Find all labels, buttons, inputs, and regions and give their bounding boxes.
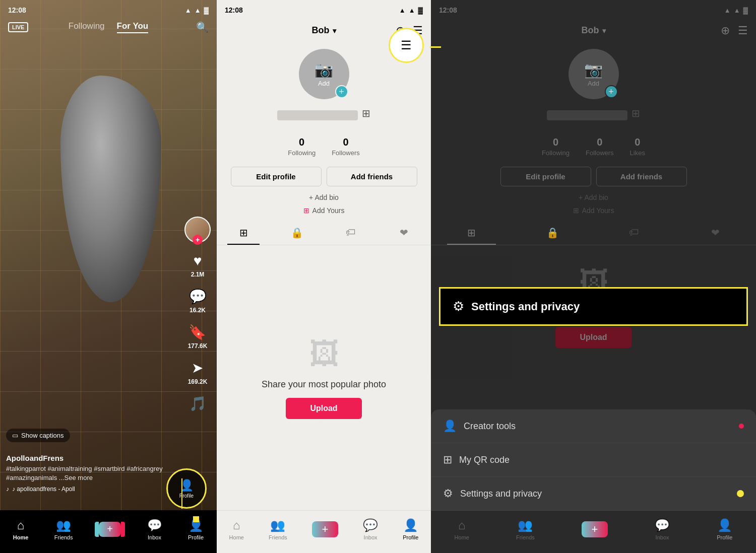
friends-icon: 👥 [56, 518, 71, 532]
settings-and-privacy-item[interactable]: ⚙ Settings and privacy [431, 477, 756, 510]
settings-add-bio: + Add bio [431, 190, 756, 204]
nav-home[interactable]: ⌂ Home [13, 518, 29, 540]
tab-tagged[interactable]: 🏷 [324, 221, 377, 245]
s-nav-friends[interactable]: 👥 Friends [516, 518, 535, 540]
profile-status-icons: ▲ ▲ ▓ [399, 7, 423, 14]
username-placeholder-bar [277, 110, 358, 120]
captions-label: Show captions [21, 432, 64, 439]
settings-name-button: Bob ▾ [582, 25, 606, 36]
qr-icon: ⊞ [632, 107, 640, 119]
empty-state: 🖼 Share your most popular photo Upload [217, 245, 431, 510]
following-stat[interactable]: 0 Following [288, 136, 316, 157]
p-nav-profile[interactable]: 👤 Profile [403, 518, 418, 540]
tab-liked[interactable]: ❤ [377, 221, 431, 245]
nav-profile-label: Profile [188, 534, 204, 540]
wifi-icon: ▲ [185, 7, 192, 14]
following-tab[interactable]: Following [69, 21, 105, 33]
tab-grid[interactable]: ⊞ [217, 221, 270, 245]
empty-photo-icon: 🖼 [309, 336, 339, 371]
nav-profile[interactable]: 👤 Profile [188, 518, 204, 540]
comment-icon: 💬 [189, 288, 207, 305]
gear-icon: ⚙ [453, 299, 464, 314]
settings-likes-label: Likes [630, 149, 645, 157]
profile-bottom-nav: ⌂ Home 👥 Friends + 💬 Inbox 👤 Profile [217, 510, 431, 553]
upload-button[interactable]: Upload [286, 398, 361, 419]
settings-status-bar: 12:08 ▲ ▲ ▓ [431, 0, 756, 20]
feed-info: ApolloandFrens #talkingparrot #animaltra… [6, 454, 176, 493]
nav-friends[interactable]: 👥 Friends [54, 518, 73, 540]
followers-count: 0 [343, 136, 348, 148]
chevron-down-icon: ▾ [333, 27, 336, 35]
add-yours-label: Add Yours [312, 206, 345, 215]
creator-avatar[interactable]: + [184, 217, 211, 243]
tab-locked[interactable]: 🔒 [270, 221, 324, 245]
settings-tab-grid: ⊞ [431, 221, 512, 245]
p-nav-home[interactable]: ⌂ Home [229, 518, 244, 540]
creator-tools-label: Creator tools [464, 421, 732, 432]
settings-privacy-box[interactable]: ⚙ Settings and privacy [439, 287, 748, 326]
share-button[interactable]: ➤ 169.2K [188, 360, 208, 385]
search-icon[interactable]: 🔍 [196, 21, 209, 33]
settings-profile-buttons: Edit profile Add friends [431, 163, 756, 190]
create-button[interactable]: + [99, 522, 121, 537]
signal-icon: ▲ [195, 7, 201, 14]
add-label: Add [588, 80, 599, 87]
arrow-line-profile [181, 478, 182, 509]
creator-username: ApolloandFrens [6, 454, 176, 462]
edit-profile-button[interactable]: Edit profile [231, 167, 322, 186]
nav-inbox[interactable]: 💬 Inbox [147, 518, 162, 540]
p-nav-inbox[interactable]: 💬 Inbox [363, 518, 378, 540]
my-qr-code-label: My QR code [459, 455, 744, 465]
s-nav-home[interactable]: ⌂ Home [455, 518, 469, 540]
settings-edit-profile: Edit profile [500, 167, 591, 186]
signal-icon: ▲ [734, 7, 740, 14]
follow-plus-icon[interactable]: + [193, 235, 203, 245]
share-count: 169.2K [188, 378, 208, 385]
create-button[interactable]: + [582, 521, 608, 537]
create-button[interactable]: + [312, 521, 338, 537]
s-nav-profile[interactable]: 👤 Profile [717, 518, 732, 540]
profile-icon: 👤 [403, 518, 418, 532]
settings-username-display: Bob [582, 25, 599, 36]
add-yours-link[interactable]: ⊞ Add Yours [217, 204, 431, 217]
settings-avatar-section: 📷 Add + ⊞ [431, 41, 756, 130]
avatar-plus-icon: + [605, 85, 618, 98]
add-bio-link[interactable]: + Add bio [217, 190, 431, 204]
qr-code-icon[interactable]: ⊞ [362, 107, 370, 119]
add-friends-button[interactable]: Add friends [327, 167, 417, 186]
inbox-icon: 💬 [147, 518, 162, 532]
show-captions-button[interactable]: ▭ Show captions [6, 429, 70, 442]
arrow-line-hamburger [430, 46, 441, 48]
s-nav-inbox[interactable]: 💬 Inbox [655, 518, 670, 540]
avatar-plus-icon[interactable]: + [335, 85, 348, 98]
music-disc[interactable]: 🎵 [189, 395, 207, 412]
followers-stat[interactable]: 0 Followers [332, 136, 360, 157]
signal-icon: ▲ [409, 7, 415, 14]
video-hashtags: #talkingparrot #animaltraining #smartbir… [6, 464, 176, 482]
avatar-upload[interactable]: 📷 Add + [299, 49, 349, 99]
settings-and-privacy-dropdown-label: Settings and privacy [460, 489, 730, 499]
home-icon: ⌂ [233, 518, 240, 532]
like-button[interactable]: ♥ 2.1M [191, 253, 205, 278]
hamburger-icon: ☰ [738, 24, 748, 37]
p-nav-friends[interactable]: 👥 Friends [269, 518, 287, 540]
settings-following-count: 0 [553, 136, 558, 148]
profile-name-button[interactable]: Bob ▾ [312, 25, 336, 36]
feed-panel: 12:08 ▲ ▲ ▓ LIVE Following For You 🔍 + ♥… [0, 0, 217, 553]
comment-button[interactable]: 💬 16.2K [189, 288, 207, 314]
my-qr-code-item[interactable]: ⊞ My QR code [431, 443, 756, 477]
yellow-dot-indicator [737, 490, 744, 497]
settings-followers-count: 0 [597, 136, 602, 148]
heart-icon: ♥ [194, 253, 202, 269]
bookmark-button[interactable]: 🔖 177.6K [188, 324, 208, 350]
profile-highlight-circle: 👤 Profile [166, 468, 207, 509]
settings-following-stat: 0 Following [542, 136, 570, 157]
creator-tools-item[interactable]: 👤 Creator tools [431, 409, 756, 443]
settings-likes-count: 0 [635, 136, 640, 148]
profile-status-bar: 12:08 ▲ ▲ ▓ [217, 0, 431, 20]
feed-actions: + ♥ 2.1M 💬 16.2K 🔖 177.6K ➤ 169.2K 🎵 [184, 217, 211, 412]
feed-tabs: Following For You [69, 21, 148, 33]
for-you-tab[interactable]: For You [117, 21, 149, 33]
battery-icon: ▓ [204, 7, 209, 14]
live-badge[interactable]: LIVE [8, 22, 28, 32]
